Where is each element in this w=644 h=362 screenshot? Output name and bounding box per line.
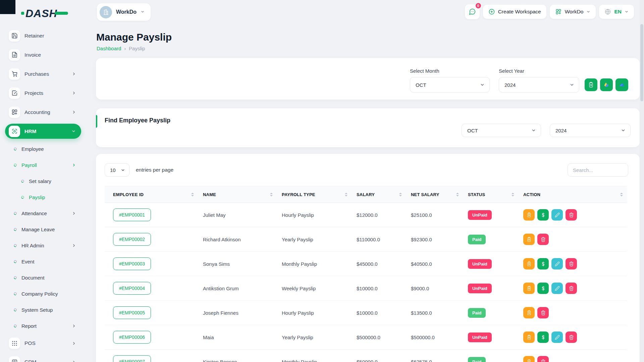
employee-id-badge[interactable]: #EMP00007 — [113, 355, 151, 362]
scrollbar-thumb[interactable] — [640, 24, 643, 101]
sidebar-item-attendance[interactable]: Attendance — [0, 205, 96, 221]
svg-text:$: $ — [528, 287, 530, 290]
sidebar-item-label: Payslip — [29, 194, 45, 200]
sidebar-item-projects[interactable]: Projects — [0, 83, 96, 103]
delete-button[interactable] — [537, 307, 549, 318]
filter-actions: $ — [585, 78, 628, 91]
payroll-type: Yearly Payslip — [277, 335, 352, 340]
sidebar-item-event[interactable]: Event — [0, 253, 96, 269]
bullet-icon — [13, 308, 17, 312]
column-header-action[interactable]: ACTION — [518, 186, 627, 202]
select-month-label: Select Month — [410, 68, 439, 74]
sidebar-item-hr-admin[interactable]: HR Admin — [0, 237, 96, 253]
column-header-salary[interactable]: SALARY — [352, 186, 406, 202]
create-workspace-button[interactable]: Create Workspace — [483, 5, 546, 19]
sidebar-item-accounting[interactable]: Accounting — [0, 103, 96, 122]
delete-button[interactable] — [566, 331, 577, 343]
workdo-menu-button[interactable]: WorkDo — [550, 5, 596, 19]
entries-count-select[interactable]: 10 — [105, 163, 129, 177]
pay-button[interactable] — [537, 209, 549, 221]
sidebar-item-set-salary[interactable]: Set salary — [0, 173, 96, 189]
sidebar-item-payslip[interactable]: Payslip — [0, 189, 96, 205]
search-input[interactable] — [568, 163, 628, 177]
sidebar-item-company-policy[interactable]: Company Policy — [0, 286, 96, 302]
dash-logo-icon: DASH — [21, 7, 68, 20]
one-drive-button[interactable] — [615, 78, 628, 91]
sidebar-item-crm[interactable]: CRM — [0, 353, 96, 362]
chevron-down-icon — [71, 129, 76, 133]
table-row: #EMP00002Richard AtkinsonYearly Payslip$… — [105, 227, 627, 252]
workspace-switcher[interactable]: WorkDo — [97, 3, 151, 21]
chevron-right-icon — [72, 243, 76, 248]
edit-button[interactable] — [551, 209, 563, 221]
sidebar-item-system-setup[interactable]: System Setup — [0, 302, 96, 318]
payslip-table-card: 10 entries per page EMPLOYEE IDNAMEPAYRO… — [96, 154, 640, 362]
edit-button[interactable] — [551, 258, 563, 269]
sidebar-item-pos[interactable]: POS — [0, 334, 96, 353]
sidebar-item-employee[interactable]: Employee — [0, 141, 96, 157]
page-scrollbar[interactable] — [640, 0, 644, 362]
breadcrumb-dashboard-link[interactable]: Dashboard — [97, 46, 121, 51]
edit-button[interactable] — [551, 331, 563, 343]
payroll-type: Monthly Payslip — [277, 261, 352, 267]
pay-button[interactable] — [537, 258, 549, 269]
column-header-status[interactable]: STATUS — [463, 186, 518, 202]
find-month-select[interactable]: OCT — [462, 124, 541, 137]
sidebar-item-label: HRM — [24, 128, 36, 134]
month-select[interactable]: OCT — [410, 77, 490, 93]
payslip-button[interactable]: $ — [523, 258, 535, 269]
payslip-button[interactable]: $ — [523, 234, 535, 245]
sidebar-item-label: Manage Leave — [21, 227, 55, 232]
column-header-name[interactable]: NAME — [198, 186, 277, 202]
column-header-employee-id[interactable]: EMPLOYEE ID — [105, 186, 198, 202]
employee-id-badge[interactable]: #EMP00004 — [113, 282, 151, 295]
column-header-payroll-type[interactable]: PAYROLL TYPE — [277, 186, 352, 202]
sidebar-item-invoice[interactable]: Invoice — [0, 45, 96, 64]
employee-id-badge[interactable]: #EMP00005 — [113, 306, 151, 319]
employee-id-badge[interactable]: #EMP00002 — [113, 233, 151, 246]
google-drive-button[interactable] — [600, 78, 613, 91]
employee-id-badge[interactable]: #EMP00001 — [113, 208, 151, 221]
sidebar-item-payroll[interactable]: Payroll — [0, 157, 96, 173]
payslip-button[interactable]: $ — [523, 356, 535, 362]
language-selector[interactable]: EN — [599, 5, 634, 19]
delete-button[interactable] — [537, 356, 549, 362]
sidebar-item-retainer[interactable]: Retainer — [0, 26, 96, 45]
pay-button[interactable] — [537, 331, 549, 343]
delete-button[interactable] — [566, 283, 577, 294]
payslip-button[interactable]: $ — [523, 209, 535, 221]
workspace-name: WorkDo — [116, 9, 137, 15]
sidebar-item-label: Employee — [21, 146, 44, 152]
payroll-type: Monthly Payslip — [277, 359, 352, 362]
chevron-down-icon — [480, 82, 485, 87]
employee-id-badge[interactable]: #EMP00006 — [113, 331, 151, 344]
delete-button[interactable] — [566, 209, 577, 221]
employee-id-badge[interactable]: #EMP00003 — [113, 257, 151, 270]
payslip-button[interactable]: $ — [523, 307, 535, 318]
sidebar-item-purchases[interactable]: Purchases — [0, 64, 96, 83]
sidebar-item-manage-leave[interactable]: Manage Leave — [0, 221, 96, 237]
delete-button[interactable] — [537, 234, 549, 245]
status-badge: UnPaid — [468, 284, 492, 293]
chevron-right-icon — [72, 72, 76, 76]
payslip-button[interactable]: $ — [523, 331, 535, 343]
payslip-export-button[interactable]: $ — [585, 78, 597, 91]
grid-plus-icon — [555, 8, 562, 15]
messages-button[interactable]: 0 — [465, 4, 480, 19]
sidebar-item-report[interactable]: Report — [0, 318, 96, 334]
payslip-button[interactable]: $ — [523, 283, 535, 294]
sort-icon — [456, 193, 459, 196]
delete-button[interactable] — [566, 258, 577, 269]
sidebar-item-document[interactable]: Document — [0, 269, 96, 286]
column-header-net-salary[interactable]: NET SALARY — [406, 186, 463, 202]
find-year-select[interactable]: 2024 — [550, 124, 631, 137]
table-row: #EMP00005Joseph FiennesHourly Payslip$10… — [105, 301, 627, 325]
pay-button[interactable] — [537, 283, 549, 294]
chevron-right-icon — [72, 211, 76, 216]
salary: $50000.0 — [352, 359, 406, 362]
sidebar-item-hrm[interactable]: HRM — [5, 124, 81, 139]
bullet-icon — [13, 259, 17, 263]
year-select[interactable]: 2024 — [499, 77, 579, 93]
app-logo[interactable]: DASH — [21, 7, 68, 21]
edit-button[interactable] — [551, 283, 563, 294]
